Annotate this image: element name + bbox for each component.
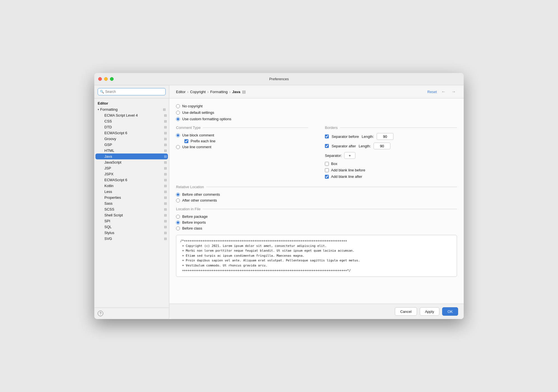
help-button[interactable]: ? <box>98 311 103 316</box>
sidebar-item-dtd[interactable]: DTD ▤ <box>94 124 169 130</box>
apply-button[interactable]: Apply <box>420 307 440 316</box>
comment-type-title: Comment Type <box>176 126 308 130</box>
add-blank-before-label[interactable]: Add blank line before <box>325 168 457 172</box>
before-other-radio[interactable] <box>176 193 180 197</box>
forward-button[interactable]: → <box>450 89 457 95</box>
separator-before-checkbox[interactable] <box>325 134 329 138</box>
separator-char-row: Separator: <box>325 152 457 159</box>
before-imports-radio[interactable] <box>176 221 180 225</box>
box-checkbox[interactable] <box>325 162 329 166</box>
add-blank-after-checkbox[interactable] <box>325 175 329 179</box>
cancel-button[interactable]: Cancel <box>395 307 417 316</box>
location-in-file-section: Location in File Before package Before i… <box>176 207 457 230</box>
sidebar-item-shellscript[interactable]: Shell Script ▤ <box>94 212 169 218</box>
breadcrumb-sep-3: › <box>229 90 230 94</box>
separator-before-label: Separator before <box>332 134 359 139</box>
use-custom-group: Use custom formatting options <box>176 117 457 121</box>
no-copyright-radio[interactable] <box>176 104 180 108</box>
breadcrumb-sep-1: › <box>187 90 188 94</box>
after-other-label[interactable]: After other comments <box>176 198 457 202</box>
sidebar-tree: Editor ▾ Formatting ▤ ECMA Script Level … <box>94 98 169 308</box>
before-package-radio[interactable] <box>176 215 180 219</box>
before-class-radio[interactable] <box>176 226 180 230</box>
breadcrumb-copyright[interactable]: Copyright <box>190 90 206 94</box>
sidebar-item-sql[interactable]: SQL ▤ <box>94 224 169 230</box>
box-label[interactable]: Box <box>325 162 457 166</box>
use-default-radio[interactable] <box>176 111 180 115</box>
sidebar-item-spi[interactable]: SPI ▤ <box>94 218 169 224</box>
use-custom-label[interactable]: Use custom formatting options <box>176 117 457 121</box>
reset-button[interactable]: Reset <box>427 90 437 94</box>
main-panel: Editor › Copyright › Formatting › Java ▤… <box>169 85 464 319</box>
ok-button[interactable]: OK <box>442 307 458 316</box>
before-other-text: Before other comments <box>182 192 220 197</box>
sidebar-item-java[interactable]: Java ▤ <box>95 154 168 159</box>
file-icon: ▤ <box>164 143 167 147</box>
separator-after-checkbox[interactable] <box>325 144 329 148</box>
sidebar-item-ecmascript4[interactable]: ECMA Script Level 4 ▤ <box>94 112 169 118</box>
separator-before-row: Separator before Length: <box>325 133 457 140</box>
formatting-label: Formatting <box>100 107 118 112</box>
separator-char-input[interactable] <box>344 152 355 159</box>
no-copyright-label[interactable]: No copyright <box>176 104 457 108</box>
use-block-label[interactable]: Use block comment <box>176 133 308 137</box>
before-imports-label[interactable]: Before imports <box>176 220 457 225</box>
prefix-indent: Prefix each line <box>176 139 308 143</box>
file-icon: ▤ <box>164 172 167 176</box>
before-class-label[interactable]: Before class <box>176 226 457 230</box>
file-icon: ▤ <box>164 119 167 123</box>
use-custom-radio[interactable] <box>176 117 180 121</box>
separator-after-length-input[interactable] <box>374 143 390 149</box>
file-icon: ▤ <box>164 178 167 182</box>
sidebar-item-formatting[interactable]: ▾ Formatting ▤ <box>94 107 169 112</box>
footer: Cancel Apply OK <box>169 304 464 319</box>
sidebar-item-ecmascript6b[interactable]: ECMAScript 6 ▤ <box>94 177 169 183</box>
file-icon: ▤ <box>164 231 167 235</box>
file-icon: ▤ <box>164 137 167 141</box>
sidebar-item-stylus[interactable]: Stylus ▤ <box>94 230 169 236</box>
before-package-text: Before package <box>182 214 208 219</box>
use-block-radio[interactable] <box>176 133 180 137</box>
sidebar-item-gsp[interactable]: GSP ▤ <box>94 142 169 148</box>
search-input[interactable] <box>98 88 166 95</box>
breadcrumb-formatting[interactable]: Formatting <box>210 90 228 94</box>
file-icon: ▤ <box>164 160 167 164</box>
sidebar-item-jspx[interactable]: JSPX ▤ <box>94 171 169 177</box>
add-blank-after-label[interactable]: Add blank line after <box>325 174 457 179</box>
maximize-button[interactable] <box>110 77 114 81</box>
sidebar-item-kotlin[interactable]: Kotlin ▤ <box>94 183 169 189</box>
sidebar-item-html[interactable]: HTML ▤ <box>94 148 169 154</box>
close-button[interactable] <box>98 77 102 81</box>
separator-char-label: Separator: <box>325 154 342 158</box>
relative-location-title: Relative Location <box>176 185 457 189</box>
sidebar-item-less[interactable]: Less ▤ <box>94 189 169 195</box>
back-button[interactable]: ← <box>440 89 447 95</box>
add-blank-before-checkbox[interactable] <box>325 168 329 172</box>
sidebar-item-editor[interactable]: Editor <box>94 100 169 107</box>
sidebar-item-groovy[interactable]: Groovy ▤ <box>94 136 169 142</box>
use-custom-text: Use custom formatting options <box>182 117 231 121</box>
prefix-each-label[interactable]: Prefix each line <box>184 139 308 143</box>
before-imports-text: Before imports <box>182 220 206 225</box>
separator-before-length-input[interactable] <box>377 133 393 140</box>
sidebar-item-properties[interactable]: Properties ▤ <box>94 195 169 200</box>
minimize-button[interactable] <box>104 77 108 81</box>
before-package-label[interactable]: Before package <box>176 214 457 219</box>
sidebar-item-javascript[interactable]: JavaScript ▤ <box>94 159 169 165</box>
use-line-label[interactable]: Use line comment <box>176 145 308 149</box>
use-default-text: Use default settings <box>182 110 214 115</box>
settings-icon: ▤ <box>163 108 166 111</box>
sidebar-item-css[interactable]: CSS ▤ <box>94 118 169 124</box>
borders-section: Borders Separator before Length: Separat… <box>325 126 457 180</box>
sidebar-item-svg[interactable]: SVG ▤ <box>94 236 169 242</box>
sidebar-item-jsp[interactable]: JSP ▤ <box>94 165 169 171</box>
breadcrumb-editor[interactable]: Editor <box>176 90 186 94</box>
prefix-each-checkbox[interactable] <box>184 139 188 143</box>
sidebar-item-sass[interactable]: Sass ▤ <box>94 200 169 206</box>
before-other-label[interactable]: Before other comments <box>176 192 457 197</box>
after-other-radio[interactable] <box>176 199 180 202</box>
sidebar-item-scss[interactable]: SCSS ▤ <box>94 206 169 212</box>
use-line-radio[interactable] <box>176 145 180 149</box>
sidebar-item-ecmascript6a[interactable]: ECMAScript 6 ▤ <box>94 130 169 136</box>
use-default-label[interactable]: Use default settings <box>176 110 457 115</box>
